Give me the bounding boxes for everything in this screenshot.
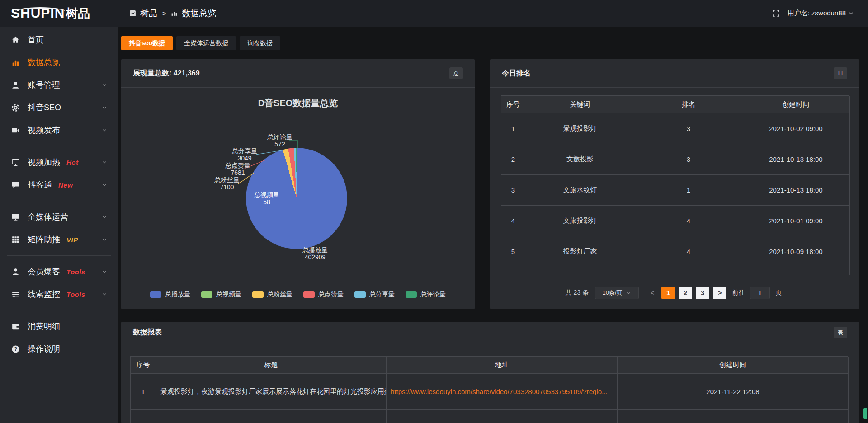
- user-menu[interactable]: 用户名: zswodun88: [788, 9, 854, 18]
- chevron-down-icon: [101, 182, 108, 188]
- page-button-2[interactable]: 2: [679, 287, 692, 299]
- person-icon: [11, 267, 20, 277]
- breadcrumb: 树品 > 数据总览: [129, 8, 216, 19]
- legend-item-0[interactable]: 总播放量: [150, 291, 190, 299]
- prev-page-button[interactable]: <: [647, 289, 658, 296]
- rank-cell: 文旅水纹灯: [525, 175, 635, 206]
- rank-cell: 2021-10-02 09:00: [742, 113, 850, 144]
- pie-label-name: 总评论量: [267, 133, 292, 141]
- rank-cell: 3: [635, 144, 742, 175]
- rank-cell: 3: [635, 113, 742, 144]
- pie-label-4: 总分享量3049: [232, 147, 257, 162]
- rank-cell: 4: [635, 206, 742, 236]
- tab-2[interactable]: 全媒体运营数据: [176, 36, 236, 50]
- pie-label-1: 总视频量58: [254, 191, 279, 206]
- sidebar-item-douketong[interactable]: 抖客通New: [0, 174, 118, 196]
- rank-header-cell: 排名: [635, 96, 742, 113]
- next-page-button[interactable]: >: [713, 287, 726, 299]
- legend-item-5[interactable]: 总评论量: [406, 291, 446, 299]
- sidebar-item-badge: Hot: [66, 159, 79, 166]
- report-cell: 2021-11-22 12:08: [618, 374, 849, 410]
- scrollbar-thumb[interactable]: [863, 408, 867, 419]
- report-cell: 景观投影灯，夜游景观投影灯厂家展示展示落花灯在花园里的灯光投影应用效果 #: [156, 374, 387, 410]
- rank-cell: 景观投影灯: [525, 113, 635, 144]
- pie-label-5: 总评论量572: [267, 133, 292, 148]
- monitor-icon: [11, 212, 20, 222]
- sidebar-item-member-baoke[interactable]: 会员爆客Tools: [0, 260, 118, 283]
- ranking-title: 今日排名: [502, 69, 531, 78]
- rank-cell: 2: [501, 144, 525, 175]
- pagination: 共 23 条10条/页<123>前往页: [490, 287, 859, 299]
- rank-cell-partial: [742, 267, 850, 275]
- chevron-down-icon: [626, 290, 632, 296]
- rank-cell-partial: [635, 267, 742, 275]
- sidebar-divider: [7, 201, 111, 201]
- legend-item-1[interactable]: 总视频量: [201, 291, 241, 299]
- tab-1[interactable]: 抖音seo数据: [121, 36, 173, 50]
- tab-3[interactable]: 询盘数据: [240, 36, 280, 50]
- app-logo[interactable]: SHUPIN 树品: [0, 5, 118, 22]
- rank-header-cell: 序号: [501, 96, 525, 113]
- video-camera-icon: [11, 126, 20, 135]
- pie-label-2: 总粉丝量7100: [214, 176, 240, 191]
- breadcrumb-root[interactable]: 树品: [140, 8, 157, 19]
- pie-label-0: 总播放量402909: [302, 246, 328, 261]
- rank-cell: 5: [501, 236, 525, 267]
- report-header-cell: 标题: [156, 357, 387, 374]
- sidebar-item-label: 抖音SEO: [28, 102, 61, 113]
- legend-swatch: [354, 291, 366, 298]
- sidebar-item-home[interactable]: 首页: [0, 28, 118, 51]
- goto-page-input[interactable]: [750, 287, 770, 299]
- ranking-table: 序号关键词排名创建时间1景观投影灯32021-10-02 09:002文旅投影3…: [501, 95, 849, 275]
- legend-swatch: [252, 291, 264, 298]
- sidebar-item-video-heat[interactable]: 视频加热Hot: [0, 151, 118, 174]
- report-header-cell: 地址: [387, 357, 618, 374]
- report-link[interactable]: https://www.iesdouyin.com/share/video/70…: [387, 374, 618, 410]
- report-badge-button[interactable]: 表: [834, 327, 847, 338]
- sidebar-item-data-overview[interactable]: 数据总览: [0, 51, 118, 74]
- sidebar-item-label: 操作说明: [28, 343, 60, 354]
- rank-cell-partial: [525, 267, 635, 275]
- sidebar-item-label: 视频发布: [28, 125, 60, 136]
- rank-header-cell: 创建时间: [742, 96, 850, 113]
- sidebar-item-label: 数据总览: [28, 57, 60, 68]
- report-cell: 1: [131, 374, 156, 410]
- page-button-3[interactable]: 3: [696, 287, 709, 299]
- rank-cell: 4: [635, 236, 742, 267]
- user-icon: [11, 80, 20, 90]
- sidebar-item-instructions[interactable]: ?操作说明: [0, 338, 118, 360]
- sidebar-item-label: 全媒体运营: [28, 212, 68, 222]
- sidebar-item-label: 视频加热: [28, 157, 60, 168]
- sidebar-item-media-operation[interactable]: 全媒体运营: [0, 206, 118, 228]
- logo-text-cn: 树品: [66, 5, 90, 22]
- rank-cell-partial: [501, 267, 525, 275]
- pie-label-value: 7681: [231, 169, 245, 176]
- report-header-cell: 序号: [131, 357, 156, 374]
- sliders-icon: [11, 290, 20, 299]
- sidebar-item-account-manage[interactable]: 账号管理: [0, 74, 118, 96]
- rank-cell: 4: [501, 206, 525, 236]
- chevron-down-icon: [101, 214, 108, 220]
- pie-label-3: 总点赞量7681: [225, 162, 250, 176]
- legend-item-4[interactable]: 总分享量: [354, 291, 395, 299]
- sidebar-item-douyin-seo[interactable]: 抖音SEO: [0, 96, 118, 119]
- report-panel-header: 数据报表 表: [121, 322, 859, 343]
- legend-label: 总分享量: [369, 291, 395, 299]
- grid-icon: [11, 235, 20, 244]
- sidebar-item-consumption-detail[interactable]: 消费明细: [0, 315, 118, 338]
- page-button-1[interactable]: 1: [661, 287, 675, 299]
- sidebar-item-matrix-boost[interactable]: 矩阵助推VIP: [0, 228, 118, 251]
- sidebar-divider: [7, 310, 111, 310]
- pie-label-name: 总播放量: [302, 246, 328, 254]
- ranking-badge-button[interactable]: 日: [834, 67, 847, 79]
- page-size-select[interactable]: 10条/页: [595, 287, 639, 299]
- chart-title: D音SEO数据量总览: [121, 97, 475, 109]
- fullscreen-icon[interactable]: [772, 9, 780, 18]
- bar-chart-mini-icon: [171, 10, 178, 17]
- sidebar-item-badge: Tools: [66, 268, 85, 276]
- sidebar-item-video-publish[interactable]: 视频发布: [0, 119, 118, 141]
- legend-item-3[interactable]: 总点赞量: [303, 291, 344, 299]
- sidebar-item-clue-monitor[interactable]: 线索监控Tools: [0, 283, 118, 306]
- pie-label-value: 3049: [237, 155, 251, 162]
- legend-item-2[interactable]: 总粉丝量: [252, 291, 292, 299]
